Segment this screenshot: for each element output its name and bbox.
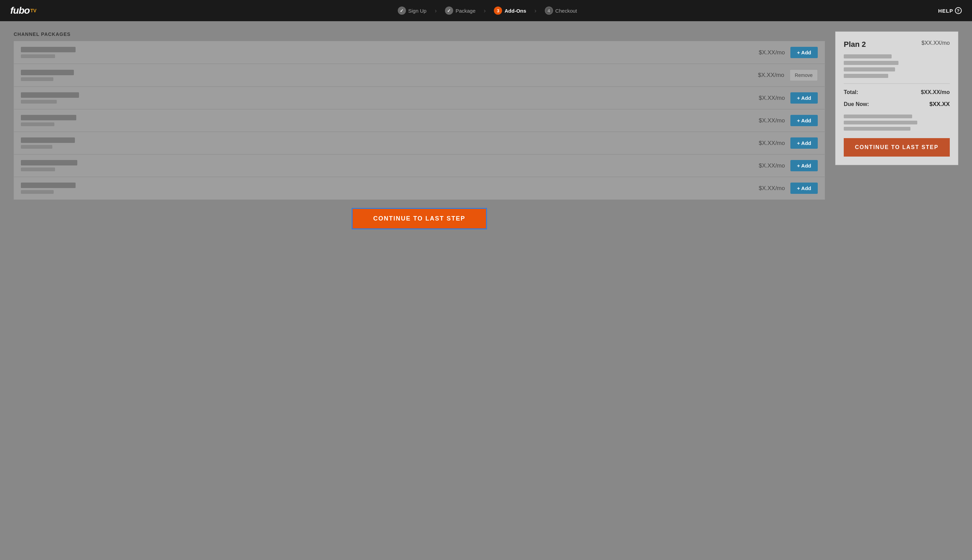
channel-name-bar-4 — [21, 115, 76, 120]
summary-header: Plan 2 $XX.XX/mo — [844, 40, 950, 49]
channel-info-4 — [21, 115, 76, 126]
channel-item-2: $X.XX/mo Remove — [14, 64, 825, 87]
channel-right-5: $X.XX/mo + Add — [759, 137, 818, 149]
channel-info-1 — [21, 47, 76, 58]
nav-step-package[interactable]: ✓ Package — [445, 7, 475, 15]
channel-sub-bar-7 — [21, 190, 54, 194]
desc-bar-2 — [844, 61, 899, 65]
help-label: HELP — [938, 8, 953, 14]
due-value: $XX.XX — [929, 101, 950, 108]
channel-list: $X.XX/mo + Add $X.XX/mo Remove — [14, 41, 825, 200]
channel-price-6: $X.XX/mo — [759, 162, 785, 169]
help-circle-icon: ? — [955, 7, 962, 14]
step-icon-signup: ✓ — [398, 7, 406, 15]
nav-steps: ✓ Sign Up › ✓ Package › 3 Add-Ons › 4 Ch… — [398, 7, 577, 15]
channel-name-bar-2 — [21, 70, 74, 75]
add-button-4[interactable]: + Add — [790, 115, 818, 126]
add-button-6[interactable]: + Add — [790, 160, 818, 171]
summary-divider-1 — [844, 83, 950, 84]
channel-sub-bar-2 — [21, 77, 53, 81]
channel-item-5: $X.XX/mo + Add — [14, 132, 825, 155]
left-panel: CHANNEL PACKAGES $X.XX/mo + Add — [14, 32, 825, 550]
total-value: $XX.XX/mo — [921, 89, 950, 95]
continue-bottom-button[interactable]: CONTINUE TO LAST STEP — [352, 208, 487, 229]
step-divider-3: › — [535, 7, 537, 14]
channel-info-6 — [21, 160, 77, 171]
channel-price-7: $X.XX/mo — [759, 185, 785, 192]
nav-step-checkout[interactable]: 4 Checkout — [545, 7, 577, 15]
channel-right-3: $X.XX/mo + Add — [759, 92, 818, 103]
channel-info-2 — [21, 70, 74, 81]
summary-notes — [844, 115, 950, 131]
due-label: Due Now: — [844, 101, 869, 107]
step-label-addons: Add-Ons — [505, 8, 526, 14]
section-title: CHANNEL PACKAGES — [14, 32, 825, 37]
nav-step-signup[interactable]: ✓ Sign Up — [398, 7, 427, 15]
plan-price: $XX.XX/mo — [921, 40, 950, 46]
channel-sub-bar-5 — [21, 145, 52, 149]
note-bar-2 — [844, 121, 917, 125]
summary-description — [844, 54, 950, 78]
channel-info-7 — [21, 183, 76, 194]
plan-name: Plan 2 — [844, 40, 866, 49]
channel-info-5 — [21, 137, 75, 149]
help-button[interactable]: HELP ? — [938, 7, 962, 14]
step-label-package: Package — [455, 8, 475, 14]
channel-sub-bar-1 — [21, 54, 55, 58]
step-divider-2: › — [483, 7, 486, 14]
total-label: Total: — [844, 89, 858, 95]
summary-due-row: Due Now: $XX.XX — [844, 101, 950, 108]
channel-name-bar-5 — [21, 137, 75, 143]
add-button-3[interactable]: + Add — [790, 92, 818, 103]
note-bar-3 — [844, 127, 910, 131]
channel-price-2: $X.XX/mo — [758, 72, 784, 78]
desc-bar-3 — [844, 67, 895, 72]
channel-item-7: $X.XX/mo + Add — [14, 177, 825, 199]
channel-sub-bar-3 — [21, 100, 57, 103]
channel-name-bar-7 — [21, 183, 76, 188]
channel-name-bar-6 — [21, 160, 77, 165]
bottom-continue-wrapper: CONTINUE TO LAST STEP — [14, 200, 825, 233]
channel-price-5: $X.XX/mo — [759, 140, 785, 147]
desc-bar-4 — [844, 74, 888, 78]
desc-bar-1 — [844, 54, 892, 58]
channel-item-4: $X.XX/mo + Add — [14, 109, 825, 132]
summary-total-row: Total: $XX.XX/mo — [844, 89, 950, 95]
logo: fuboTV — [10, 5, 37, 16]
step-divider-1: › — [435, 7, 437, 14]
channel-sub-bar-4 — [21, 122, 54, 126]
add-button-1[interactable]: + Add — [790, 47, 818, 58]
right-panel: Plan 2 $XX.XX/mo Total: $XX.XX/mo Due No… — [835, 32, 958, 550]
channel-price-4: $X.XX/mo — [759, 117, 785, 124]
logo-text: fubo — [10, 5, 30, 16]
channel-item-6: $X.XX/mo + Add — [14, 155, 825, 177]
channel-item-1: $X.XX/mo + Add — [14, 42, 825, 64]
channel-right-4: $X.XX/mo + Add — [759, 115, 818, 126]
note-bar-1 — [844, 115, 912, 118]
channel-sub-bar-6 — [21, 168, 55, 171]
summary-box: Plan 2 $XX.XX/mo Total: $XX.XX/mo Due No… — [835, 32, 958, 165]
channel-right-7: $X.XX/mo + Add — [759, 183, 818, 194]
channel-info-3 — [21, 92, 79, 103]
channel-name-bar-3 — [21, 92, 79, 98]
nav-step-addons[interactable]: 3 Add-Ons — [494, 7, 526, 15]
logo-tv: TV — [30, 8, 37, 13]
channel-name-bar-1 — [21, 47, 76, 52]
channel-price-3: $X.XX/mo — [759, 95, 785, 102]
remove-button-2[interactable]: Remove — [790, 69, 818, 81]
step-icon-addons: 3 — [494, 7, 502, 15]
channel-right-2: $X.XX/mo Remove — [758, 69, 818, 81]
step-label-signup: Sign Up — [408, 8, 427, 14]
step-icon-package: ✓ — [445, 7, 453, 15]
main-content: CHANNEL PACKAGES $X.XX/mo + Add — [0, 21, 972, 560]
header: fuboTV ✓ Sign Up › ✓ Package › 3 Add-Ons… — [0, 0, 972, 21]
step-label-checkout: Checkout — [555, 8, 577, 14]
channel-item-3: $X.XX/mo + Add — [14, 87, 825, 109]
channel-price-1: $X.XX/mo — [759, 49, 785, 56]
step-icon-checkout: 4 — [545, 7, 553, 15]
continue-sidebar-button[interactable]: CONTINUE TO LAST STEP — [844, 138, 950, 157]
channel-right-1: $X.XX/mo + Add — [759, 47, 818, 58]
add-button-5[interactable]: + Add — [790, 137, 818, 149]
add-button-7[interactable]: + Add — [790, 183, 818, 194]
channel-right-6: $X.XX/mo + Add — [759, 160, 818, 171]
